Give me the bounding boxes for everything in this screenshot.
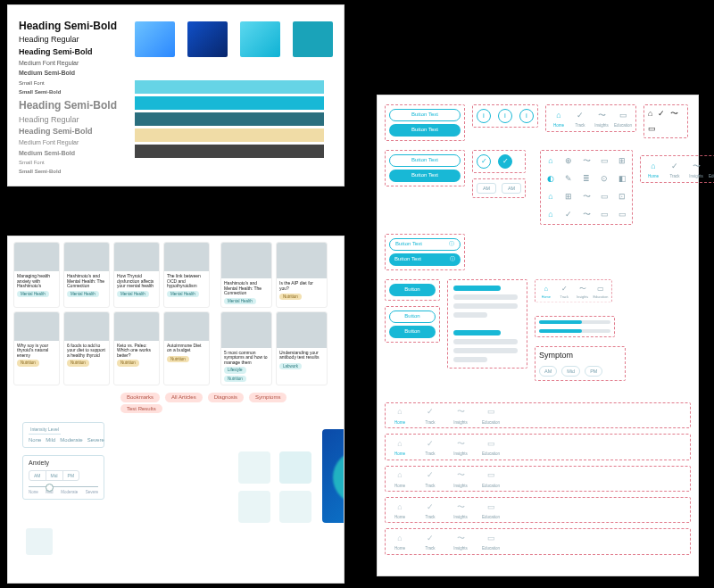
symptom-option[interactable]: AM — [539, 366, 557, 377]
grid-icon[interactable]: ▭ — [598, 208, 610, 220]
article-card[interactable]: 5 most common symptoms and how to manage… — [220, 311, 272, 385]
grid-icon[interactable]: ◧ — [616, 172, 628, 185]
anxiety-slider[interactable] — [29, 486, 98, 487]
article-card[interactable]: Autoimmune Diet on a budget Nutrition — [163, 311, 210, 385]
nav-item-education[interactable]: ▭ Education — [482, 437, 500, 456]
button-outline-icon[interactable]: Button Textⓘ — [389, 238, 461, 251]
segment-option[interactable]: PM — [63, 471, 79, 480]
button-fill[interactable]: Button — [389, 284, 436, 296]
article-card[interactable]: 6 foods to add to your diet to support a… — [63, 311, 110, 385]
nav-item-home[interactable]: ⌂ Home — [391, 532, 409, 551]
nav-item-track[interactable]: ✓ Track — [421, 469, 439, 488]
info-icon[interactable]: i — [477, 109, 491, 123]
nav-item-track[interactable]: ✓ Track — [666, 160, 684, 178]
nav-item-insights[interactable]: 〜 Insights — [452, 437, 469, 456]
grid-icon[interactable]: ⊕ — [562, 154, 575, 167]
nav-item-insights[interactable]: 〜 Insights — [687, 160, 705, 178]
info-icon[interactable]: i — [498, 109, 512, 123]
anxiety-segments[interactable]: AMMidPM — [29, 470, 79, 481]
grid-icon[interactable]: ✓ — [562, 208, 575, 220]
grid-icon[interactable]: ⊞ — [616, 154, 628, 167]
nav-item-insights[interactable]: 〜 Insights — [452, 532, 469, 551]
button-outline[interactable]: Button Text — [389, 109, 461, 121]
check-icon-fill[interactable]: ✓ — [498, 154, 512, 169]
segment-option[interactable]: Mid — [46, 471, 63, 480]
track-icon[interactable]: ✓ — [658, 109, 665, 119]
button-fill-icon[interactable]: Button Textⓘ — [389, 253, 461, 266]
filter-chip[interactable]: Test Results — [120, 404, 162, 413]
nav-item-education[interactable]: ▭ Education — [482, 469, 500, 488]
nav-item-insights[interactable]: 〜 Insights — [575, 283, 590, 299]
grid-icon[interactable]: ⌂ — [544, 154, 557, 167]
nav-item-home[interactable]: ⌂ Home — [550, 109, 568, 128]
segment-option[interactable]: AM — [29, 471, 46, 480]
grid-icon[interactable]: ⌂ — [544, 208, 557, 220]
nav-item-education[interactable]: ▭ Education — [482, 501, 500, 519]
nav-item-education[interactable]: ▭ Education — [614, 109, 632, 128]
article-card[interactable]: Why soy is your thyroid's natural enemy … — [13, 311, 60, 385]
ampm-toggle[interactable]: AM AM — [472, 178, 526, 198]
symptom-option[interactable]: PM — [585, 366, 602, 377]
grid-icon[interactable]: 〜 — [580, 190, 593, 203]
article-card[interactable]: Is the AIP diet for you? Nutrition — [276, 242, 328, 308]
info-icon[interactable]: i — [519, 109, 534, 123]
nav-item-insights[interactable]: 〜 Insights — [452, 469, 469, 488]
grid-icon[interactable]: ▭ — [616, 208, 628, 220]
grid-icon[interactable]: ⌂ — [544, 190, 557, 203]
grid-icon[interactable]: ⊡ — [616, 190, 628, 203]
nav-item-track[interactable]: ✓ Track — [421, 406, 439, 425]
nav-item-home[interactable]: ⌂ Home — [391, 501, 409, 519]
filter-chip[interactable]: Symptoms — [249, 393, 286, 402]
nav-item-insights[interactable]: 〜 Insights — [452, 406, 469, 425]
article-card[interactable]: How Thyroid dysfunction affects your men… — [113, 242, 160, 308]
nav-item-education[interactable]: ▭ Education — [482, 532, 500, 551]
nav-item-home[interactable]: ⌂ Home — [644, 160, 662, 178]
nav-item-insights[interactable]: 〜 Insights — [452, 501, 469, 519]
nav-item-track[interactable]: ✓ Track — [421, 532, 439, 551]
anxiety-field[interactable]: Anxiety AMMidPM NoneMildModerateSevere — [22, 455, 104, 500]
nav-item-track[interactable]: ✓ Track — [421, 501, 439, 519]
grid-icon[interactable]: ⊙ — [598, 172, 610, 185]
article-card[interactable]: Understanding your antibody test results… — [276, 311, 328, 385]
home-icon[interactable]: ⌂ — [648, 109, 652, 119]
grid-icon[interactable]: ⊞ — [562, 190, 575, 203]
article-card[interactable]: Managing health anxiety with Hashimoto's… — [13, 242, 60, 308]
button-fill[interactable]: Button Text — [389, 124, 461, 137]
grid-icon[interactable]: ▭ — [598, 190, 610, 203]
button-outline[interactable]: Button Text — [389, 154, 461, 167]
button-fill[interactable]: Button — [389, 326, 436, 338]
article-card[interactable]: Keto vs. Paleo: Which one works better? … — [113, 311, 160, 385]
check-icon[interactable]: ✓ — [477, 154, 491, 169]
insights-icon[interactable]: 〜 — [670, 109, 678, 119]
symptom-option[interactable]: Mid — [561, 366, 580, 377]
grid-icon[interactable]: ✎ — [562, 172, 575, 185]
grid-icon[interactable]: ≣ — [580, 172, 593, 185]
filter-chip[interactable]: Diagnosis — [208, 393, 244, 402]
button-fill[interactable]: Button Text — [389, 170, 461, 182]
nav-item-track[interactable]: ✓ Track — [557, 283, 572, 299]
grid-icon[interactable]: ◐ — [544, 172, 557, 185]
button-outline[interactable]: Button — [389, 311, 436, 323]
nav-item-home[interactable]: ⌂ Home — [538, 283, 553, 299]
nav-item-home[interactable]: ⌂ Home — [391, 469, 409, 488]
article-card[interactable]: The link between OCD and hypothyroidism … — [163, 242, 210, 308]
nav-item-education[interactable]: ▭ Education — [482, 406, 500, 425]
pm-option[interactable]: AM — [502, 183, 521, 194]
education-icon[interactable]: ▭ — [648, 124, 656, 134]
nav-item-insights[interactable]: 〜 Insights — [593, 109, 610, 128]
filter-chip[interactable]: Bookmarks — [120, 393, 160, 402]
nav-item-home[interactable]: ⌂ Home — [391, 406, 409, 425]
nav-item-track[interactable]: ✓ Track — [571, 109, 589, 128]
article-card[interactable]: Hashimoto's and Mental Health: The Conne… — [220, 242, 272, 308]
nav-item-education[interactable]: ▭ Education — [593, 283, 608, 299]
intensity-field[interactable]: Intensity Level NoneMildModerateSevere — [22, 422, 104, 448]
article-card[interactable]: Hashimoto's and Mental Health: The Conne… — [63, 242, 110, 308]
am-option[interactable]: AM — [477, 183, 496, 194]
nav-item-home[interactable]: ⌂ Home — [391, 437, 409, 456]
nav-item-education[interactable]: ▭ Education — [709, 160, 714, 178]
filter-chip[interactable]: All Articles — [165, 393, 203, 402]
grid-icon[interactable]: 〜 — [580, 154, 593, 167]
grid-icon[interactable]: 〜 — [580, 208, 593, 220]
grid-icon[interactable]: ▭ — [598, 154, 610, 167]
nav-item-track[interactable]: ✓ Track — [421, 437, 439, 456]
